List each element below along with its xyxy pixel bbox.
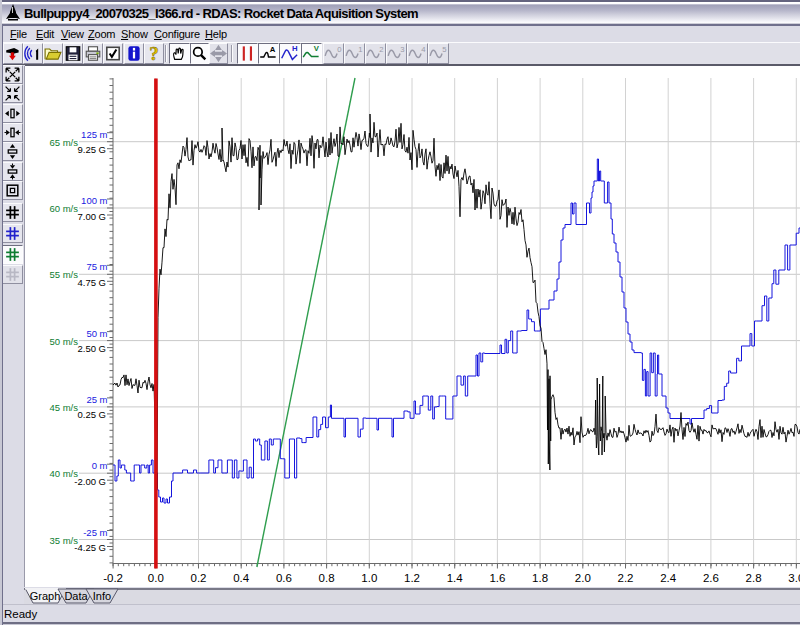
svg-text:100 m: 100 m: [81, 195, 107, 206]
svg-text:1.6: 1.6: [489, 572, 505, 584]
svg-text:0.6: 0.6: [276, 572, 292, 584]
svg-text:55 m/s: 55 m/s: [49, 269, 78, 280]
svg-text:0.25 G: 0.25 G: [77, 409, 106, 420]
svg-text:2.4: 2.4: [660, 572, 677, 584]
svg-text:2.0: 2.0: [575, 572, 591, 584]
svg-text:0 m: 0 m: [92, 460, 108, 471]
svg-text:-4.25 G: -4.25 G: [74, 542, 106, 553]
svg-text:-25 m: -25 m: [83, 527, 107, 538]
svg-text:50 m/s: 50 m/s: [49, 336, 78, 347]
svg-text:1.4: 1.4: [447, 572, 464, 584]
svg-text:0.0: 0.0: [148, 572, 164, 584]
svg-text:-2.00 G: -2.00 G: [74, 476, 106, 487]
svg-text:-0.2: -0.2: [103, 572, 123, 584]
svg-text:3.0: 3.0: [788, 572, 800, 584]
svg-text:2.6: 2.6: [703, 572, 719, 584]
svg-text:2.2: 2.2: [618, 572, 634, 584]
svg-text:0.8: 0.8: [319, 572, 335, 584]
svg-text:9.25 G: 9.25 G: [77, 144, 106, 155]
svg-text:1.8: 1.8: [532, 572, 548, 584]
svg-text:2.8: 2.8: [746, 572, 762, 584]
svg-text:4.75 G: 4.75 G: [77, 277, 106, 288]
svg-text:1.0: 1.0: [361, 572, 377, 584]
svg-text:65 m/s: 65 m/s: [49, 137, 78, 148]
svg-text:50 m: 50 m: [86, 328, 107, 339]
svg-text:25 m: 25 m: [86, 394, 107, 405]
svg-text:60 m/s: 60 m/s: [49, 203, 78, 214]
svg-text:Graph: Graph: [30, 590, 61, 602]
svg-text:1.2: 1.2: [404, 572, 420, 584]
svg-text:Data: Data: [64, 590, 88, 602]
svg-text:2.50 G: 2.50 G: [77, 343, 106, 354]
svg-text:0.2: 0.2: [191, 572, 207, 584]
svg-text:45 m/s: 45 m/s: [49, 402, 78, 413]
svg-text:0.4: 0.4: [233, 572, 250, 584]
svg-text:7.00 G: 7.00 G: [77, 211, 106, 222]
svg-text:125 m: 125 m: [81, 129, 107, 140]
svg-text:Info: Info: [93, 590, 111, 602]
svg-text:75 m: 75 m: [86, 261, 107, 272]
